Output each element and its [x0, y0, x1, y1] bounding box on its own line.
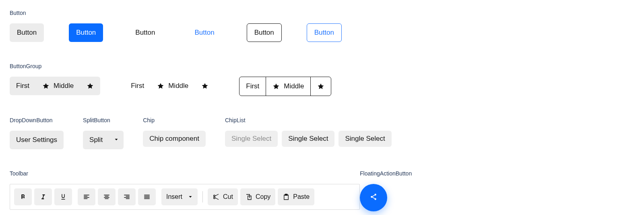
- section-chip: Chip Chip component: [143, 117, 206, 147]
- section-fab: FloatingActionButton: [360, 170, 412, 211]
- star-icon: [201, 82, 208, 90]
- dropdown-button[interactable]: User Settings: [10, 131, 64, 149]
- chiplist-item-2[interactable]: Single Select: [339, 131, 391, 147]
- toolbar-align-right-button[interactable]: [118, 188, 136, 205]
- buttongroup-default: First Middle: [10, 77, 100, 95]
- section-title-dropdownbutton: DropDownButton: [10, 117, 64, 123]
- section-button: Button Button Button Button Button Butto…: [10, 10, 634, 42]
- section-title-button: Button: [10, 10, 634, 16]
- dropdown-label: User Settings: [16, 136, 57, 144]
- toolbar-copy-label: Copy: [256, 193, 270, 200]
- chiplist-item-1[interactable]: Single Select: [282, 131, 334, 147]
- align-right-icon: [123, 193, 130, 200]
- section-title-buttongroup: ButtonGroup: [10, 63, 634, 69]
- caret-down-icon: [188, 194, 193, 199]
- toolbar-group-textstyle: [14, 188, 72, 205]
- btngroup-label: First: [131, 82, 144, 90]
- button-default[interactable]: Button: [10, 23, 44, 42]
- btngroup-outline-middle[interactable]: Middle: [266, 77, 310, 96]
- buttongroup-outline: First Middle: [239, 77, 331, 96]
- btngroup-label: First: [246, 82, 259, 90]
- button-flat-primary[interactable]: Button: [187, 23, 221, 42]
- section-title-splitbutton: SplitButton: [83, 117, 124, 123]
- star-icon: [317, 83, 324, 90]
- section-chiplist: ChipList Single Select Single Select Sin…: [225, 117, 392, 147]
- chip-label: Single Select: [345, 135, 385, 143]
- chip-label: Single Select: [288, 135, 328, 143]
- section-splitbutton: SplitButton Split: [83, 117, 124, 149]
- toolbar-paste-button[interactable]: Paste: [278, 188, 314, 205]
- btngroup-outline-first[interactable]: First: [239, 77, 266, 96]
- star-icon: [87, 82, 94, 90]
- btngroup-default-middle[interactable]: Middle: [36, 77, 80, 95]
- button-row: Button Button Button Button Button Butto…: [10, 23, 634, 42]
- star-icon: [42, 82, 50, 90]
- toolbar-italic-button[interactable]: [34, 188, 52, 205]
- copy-icon: [245, 193, 252, 200]
- toolbar-align-justify-button[interactable]: [138, 188, 156, 205]
- share-icon: [369, 192, 378, 203]
- row-toolbar-fab: Toolbar Insert: [10, 170, 634, 211]
- toolbar-group-clipboard: Cut Copy Paste: [208, 188, 314, 205]
- toolbar-bold-button[interactable]: [14, 188, 32, 205]
- section-title-fab: FloatingActionButton: [360, 170, 412, 177]
- bold-icon: [19, 193, 27, 200]
- toolbar-separator: [202, 191, 203, 202]
- split-button-label: Split: [89, 136, 103, 144]
- button-outline-primary[interactable]: Button: [307, 23, 342, 42]
- buttongroup-row: First Middle First Middle First Mi: [10, 77, 634, 96]
- toolbar: Insert Cut Copy Paste: [10, 184, 360, 210]
- align-left-icon: [83, 193, 90, 200]
- align-center-icon: [103, 193, 110, 200]
- chip[interactable]: Chip component: [143, 131, 206, 147]
- btngroup-flat-middle[interactable]: Middle: [151, 77, 195, 95]
- btngroup-default-first[interactable]: First: [10, 77, 36, 95]
- underline-icon: [60, 193, 67, 200]
- chiplist: Single Select Single Select Single Selec…: [225, 131, 392, 147]
- btngroup-label: Middle: [284, 82, 304, 90]
- floating-action-button[interactable]: [360, 184, 387, 211]
- section-dropdownbutton: DropDownButton User Settings: [10, 117, 64, 149]
- row-controls: DropDownButton User Settings SplitButton…: [10, 117, 634, 149]
- buttongroup-flat: First Middle: [124, 77, 215, 95]
- toolbar-align-left-button[interactable]: [78, 188, 95, 205]
- section-toolbar: Toolbar Insert: [10, 170, 360, 210]
- toolbar-insert-dropdown[interactable]: Insert: [161, 188, 198, 205]
- toolbar-group-insert: Insert: [161, 188, 198, 205]
- btngroup-label: Middle: [168, 82, 188, 90]
- section-title-chiplist: ChipList: [225, 117, 392, 123]
- chip-label: Single Select: [231, 135, 271, 143]
- star-icon: [157, 82, 164, 90]
- btngroup-default-last[interactable]: [80, 77, 100, 95]
- section-title-chip: Chip: [143, 117, 206, 123]
- section-title-toolbar: Toolbar: [10, 170, 360, 177]
- toolbar-paste-label: Paste: [293, 193, 310, 200]
- italic-icon: [39, 193, 47, 200]
- btngroup-flat-first[interactable]: First: [124, 77, 151, 95]
- btngroup-flat-last[interactable]: [195, 77, 215, 95]
- caret-down-icon: [114, 136, 119, 144]
- chip-label: Chip component: [149, 135, 199, 143]
- section-buttongroup: ButtonGroup First Middle First Middle Fi…: [10, 63, 634, 96]
- btngroup-label: First: [16, 82, 29, 90]
- star-icon: [272, 83, 280, 90]
- toolbar-cut-button[interactable]: Cut: [208, 188, 238, 205]
- split-button-arrow[interactable]: [109, 131, 124, 149]
- toolbar-copy-button[interactable]: Copy: [240, 188, 275, 205]
- align-justify-icon: [143, 193, 151, 200]
- btngroup-label: Middle: [54, 82, 74, 90]
- toolbar-group-align: [78, 188, 156, 205]
- paste-icon: [283, 193, 290, 200]
- btngroup-outline-last[interactable]: [310, 77, 331, 96]
- button-outline[interactable]: Button: [247, 23, 282, 42]
- toolbar-cut-label: Cut: [223, 193, 233, 200]
- split-button: Split: [83, 131, 124, 149]
- split-button-main[interactable]: Split: [83, 131, 109, 149]
- button-flat[interactable]: Button: [128, 23, 162, 42]
- button-primary[interactable]: Button: [69, 23, 103, 42]
- toolbar-insert-label: Insert: [166, 193, 182, 200]
- chiplist-item-0: Single Select: [225, 131, 278, 147]
- cut-icon: [213, 193, 220, 200]
- toolbar-align-center-button[interactable]: [98, 188, 116, 205]
- toolbar-underline-button[interactable]: [54, 188, 72, 205]
